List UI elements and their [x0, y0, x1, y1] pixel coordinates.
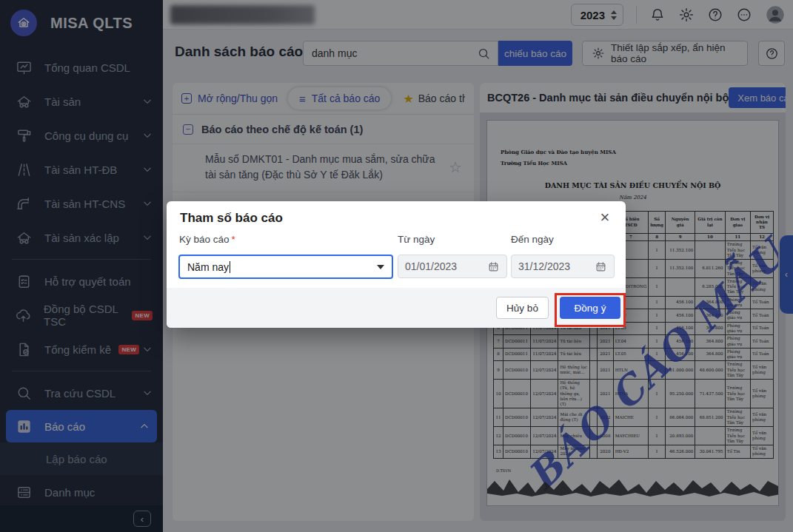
from-date-value: 01/01/2023 — [405, 260, 457, 272]
period-select[interactable]: Năm nay — [178, 255, 393, 279]
misa-qlts-app: MISA QLTS Tổng quan CSDLTài sảnCông cụ d… — [0, 0, 793, 532]
modal-title: Tham số báo cáo — [180, 211, 283, 226]
cancel-button[interactable]: Hủy bỏ — [496, 297, 549, 319]
chevron-down-icon — [377, 265, 384, 269]
to-date-input[interactable]: 31/12/2023 — [511, 255, 615, 278]
report-parameters-modal: Tham số báo cáo × Kỳ báo cáo* Năm nay Từ… — [167, 201, 626, 328]
from-date-label: Từ ngày — [398, 234, 435, 245]
to-date-value: 31/12/2023 — [518, 260, 570, 272]
period-label: Kỳ báo cáo* — [179, 234, 235, 245]
ok-button[interactable]: Đồng ý — [560, 297, 620, 319]
to-date-label: Đến ngày — [511, 234, 554, 245]
calendar-icon[interactable] — [595, 260, 607, 273]
from-date-input[interactable]: 01/01/2023 — [398, 255, 507, 278]
period-select-value: Năm nay — [187, 261, 229, 273]
text-cursor — [230, 261, 230, 273]
modal-footer: Hủy bỏ Đồng ý — [167, 288, 626, 328]
required-asterisk: * — [232, 234, 235, 245]
close-icon[interactable]: × — [595, 207, 615, 228]
calendar-icon[interactable] — [487, 260, 500, 273]
